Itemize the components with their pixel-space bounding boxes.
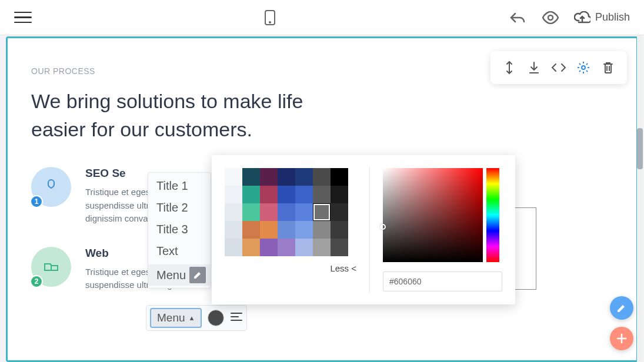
color-swatch[interactable] bbox=[242, 203, 260, 221]
caret-up-icon: ▲ bbox=[189, 314, 195, 321]
color-swatch[interactable] bbox=[295, 186, 313, 203]
delete-trash-icon[interactable] bbox=[598, 57, 619, 78]
badge-number: 1 bbox=[30, 195, 43, 208]
color-swatch[interactable] bbox=[225, 203, 242, 221]
hex-input[interactable] bbox=[383, 272, 502, 291]
color-swatch[interactable] bbox=[295, 168, 313, 186]
edit-pencil-icon[interactable] bbox=[189, 267, 206, 283]
service-badge-1: 1 bbox=[31, 167, 71, 207]
service-badge-2: 2 bbox=[31, 247, 71, 287]
code-icon[interactable] bbox=[548, 57, 569, 78]
download-icon[interactable] bbox=[523, 57, 545, 78]
color-swatch[interactable] bbox=[313, 168, 331, 186]
element-toolbar bbox=[490, 51, 627, 84]
dropdown-option-title3[interactable]: Title 3 bbox=[148, 219, 211, 240]
svg-point-1 bbox=[269, 22, 271, 23]
move-vertical-icon[interactable] bbox=[499, 57, 520, 78]
color-swatch[interactable] bbox=[313, 186, 331, 203]
color-swatch[interactable] bbox=[225, 239, 242, 256]
color-swatch[interactable] bbox=[260, 239, 278, 256]
color-swatch[interactable] bbox=[331, 221, 348, 239]
color-swatch[interactable] bbox=[242, 186, 260, 203]
svg-point-13 bbox=[587, 311, 592, 316]
settings-gear-icon[interactable] bbox=[573, 57, 594, 78]
section-heading[interactable]: We bring solutions to make life easier f… bbox=[31, 88, 313, 143]
color-swatch[interactable] bbox=[295, 239, 313, 256]
color-swatch[interactable] bbox=[278, 221, 295, 239]
style-select-label: Menu bbox=[157, 311, 185, 324]
hamburger-menu-icon[interactable] bbox=[14, 12, 32, 24]
color-swatch[interactable] bbox=[225, 168, 242, 186]
color-swatch[interactable] bbox=[242, 221, 260, 239]
floating-add-button[interactable] bbox=[610, 327, 633, 350]
undo-icon[interactable] bbox=[508, 8, 527, 27]
swatch-grid bbox=[225, 168, 356, 256]
svg-point-2 bbox=[548, 15, 553, 20]
color-swatch[interactable] bbox=[313, 203, 331, 221]
svg-point-14 bbox=[469, 346, 474, 351]
text-color-button[interactable] bbox=[208, 310, 224, 326]
color-swatch[interactable] bbox=[278, 186, 295, 203]
color-swatch[interactable] bbox=[331, 186, 348, 203]
inline-text-toolbar: Menu ▲ bbox=[146, 305, 247, 331]
menu-label: Menu bbox=[156, 269, 189, 282]
style-select[interactable]: Menu ▲ bbox=[150, 308, 202, 328]
color-swatch[interactable] bbox=[278, 203, 295, 221]
color-swatch[interactable] bbox=[260, 221, 278, 239]
color-picker-popup: Less < bbox=[212, 155, 515, 304]
color-swatch[interactable] bbox=[313, 221, 331, 239]
color-swatch[interactable] bbox=[331, 203, 348, 221]
color-swatch[interactable] bbox=[278, 168, 295, 186]
dropdown-option-text[interactable]: Text bbox=[148, 240, 211, 262]
publish-label: Publish bbox=[595, 11, 630, 24]
hue-slider[interactable] bbox=[486, 168, 499, 262]
topbar: Publish bbox=[0, 0, 644, 35]
color-swatch[interactable] bbox=[225, 221, 242, 239]
color-swatch[interactable] bbox=[331, 168, 348, 186]
color-swatch[interactable] bbox=[242, 168, 260, 186]
svg-point-15 bbox=[516, 299, 521, 304]
floating-edit-button[interactable] bbox=[610, 296, 633, 320]
color-swatch[interactable] bbox=[278, 239, 295, 256]
color-swatch[interactable] bbox=[242, 239, 260, 256]
svg-point-3 bbox=[582, 66, 585, 69]
color-swatch[interactable] bbox=[260, 203, 278, 221]
scrollbar-thumb[interactable] bbox=[637, 128, 643, 169]
color-swatch[interactable] bbox=[313, 239, 331, 256]
badge-number: 2 bbox=[30, 275, 43, 288]
mobile-preview-icon[interactable] bbox=[261, 8, 279, 27]
publish-button[interactable]: Publish bbox=[574, 11, 630, 24]
dropdown-option-title2[interactable]: Title 2 bbox=[148, 197, 211, 219]
sv-cursor[interactable] bbox=[380, 224, 386, 230]
less-toggle[interactable]: Less < bbox=[225, 263, 356, 273]
color-swatch[interactable] bbox=[260, 168, 278, 186]
dropdown-option-title1[interactable]: Title 1 bbox=[148, 175, 211, 197]
color-swatch[interactable] bbox=[331, 239, 348, 256]
color-swatch[interactable] bbox=[260, 186, 278, 203]
preview-eye-icon[interactable] bbox=[541, 8, 560, 27]
color-swatch[interactable] bbox=[295, 203, 313, 221]
color-swatch[interactable] bbox=[225, 186, 242, 203]
text-style-dropdown: Title 1 Title 2 Title 3 Text Menu bbox=[148, 172, 211, 289]
color-swatch[interactable] bbox=[295, 221, 313, 239]
text-align-icon[interactable] bbox=[230, 311, 243, 324]
scrollbar-vertical[interactable] bbox=[637, 35, 643, 362]
dropdown-menu-row[interactable]: Menu bbox=[148, 264, 211, 286]
saturation-value-panel[interactable] bbox=[383, 168, 483, 262]
